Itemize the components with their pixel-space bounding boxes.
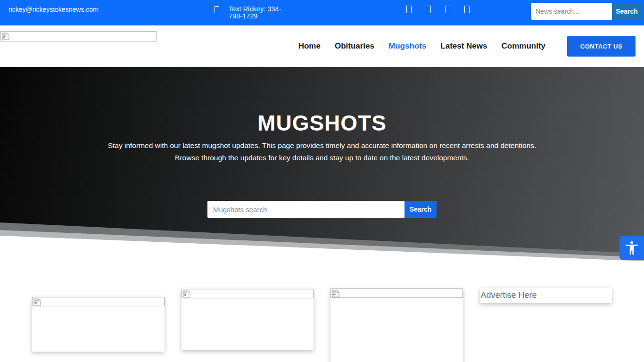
mugshot-card[interactable] bbox=[32, 297, 165, 352]
hero-section: MUGSHOTS Stay informed with our latest m… bbox=[0, 67, 644, 262]
nav-item-community[interactable]: Community bbox=[502, 41, 546, 51]
broken-image bbox=[182, 289, 314, 298]
mugshot-card[interactable] bbox=[330, 288, 463, 362]
accessibility-person-icon bbox=[624, 240, 640, 256]
hero-subtitle: Stay informed with our latest mugshot up… bbox=[0, 140, 644, 164]
mugshot-cards-row: Advertise Here bbox=[32, 288, 612, 362]
nav-item-obituaries[interactable]: Obituaries bbox=[335, 41, 374, 51]
social-icon[interactable] bbox=[406, 6, 412, 13]
mugshot-card[interactable] bbox=[182, 289, 314, 350]
social-icon[interactable] bbox=[426, 6, 431, 13]
phone-icon bbox=[215, 6, 219, 13]
nav-item-home[interactable]: Home bbox=[298, 41, 321, 51]
page-title: MUGSHOTS bbox=[0, 112, 644, 134]
advertise-here-box[interactable]: Advertise Here bbox=[480, 288, 612, 303]
mugshots-search-button[interactable]: Search bbox=[405, 201, 437, 218]
hero-subtitle-line-2: Browse through the updates for key detai… bbox=[0, 152, 644, 164]
accessibility-widget-button[interactable] bbox=[619, 236, 644, 260]
mugshots-search-input[interactable] bbox=[207, 201, 405, 218]
broken-image bbox=[32, 297, 165, 306]
phone-contact[interactable]: Text Rickey: 334-790-1729 bbox=[215, 6, 295, 20]
nav-item-latest-news[interactable]: Latest News bbox=[440, 41, 487, 51]
broken-image-icon bbox=[2, 33, 9, 40]
hero-content: MUGSHOTS Stay informed with our latest m… bbox=[0, 67, 644, 218]
advertise-here-label: Advertise Here bbox=[481, 290, 537, 300]
mugshots-search-form: Search bbox=[207, 201, 437, 218]
social-links bbox=[406, 6, 470, 13]
social-icon[interactable] bbox=[445, 6, 450, 13]
nav-item-mugshots[interactable]: Mugshots bbox=[388, 41, 426, 51]
broken-image-icon bbox=[33, 298, 41, 306]
news-search-button[interactable]: Search bbox=[612, 3, 642, 20]
email-link[interactable]: rickey@rickeystokesnews.com bbox=[8, 6, 99, 13]
social-icon[interactable] bbox=[464, 6, 470, 13]
phone-label: Text Rickey: 334-790-1729 bbox=[229, 6, 295, 20]
top-bar: rickey@rickeystokesnews.com Text Rickey:… bbox=[0, 0, 644, 25]
broken-image-icon bbox=[332, 290, 339, 297]
news-search-form: Search bbox=[531, 3, 642, 20]
broken-image-icon bbox=[183, 290, 190, 298]
site-header: Home Obituaries Mugshots Latest News Com… bbox=[0, 25, 644, 67]
news-search-input[interactable] bbox=[531, 3, 612, 20]
hero-subtitle-line-1: Stay informed with our latest mugshot up… bbox=[0, 140, 644, 152]
broken-image bbox=[330, 288, 463, 298]
contact-us-button[interactable]: CONTACT US bbox=[567, 36, 636, 57]
site-logo-broken-image[interactable] bbox=[0, 31, 157, 41]
main-nav: Home Obituaries Mugshots Latest News Com… bbox=[298, 41, 545, 51]
